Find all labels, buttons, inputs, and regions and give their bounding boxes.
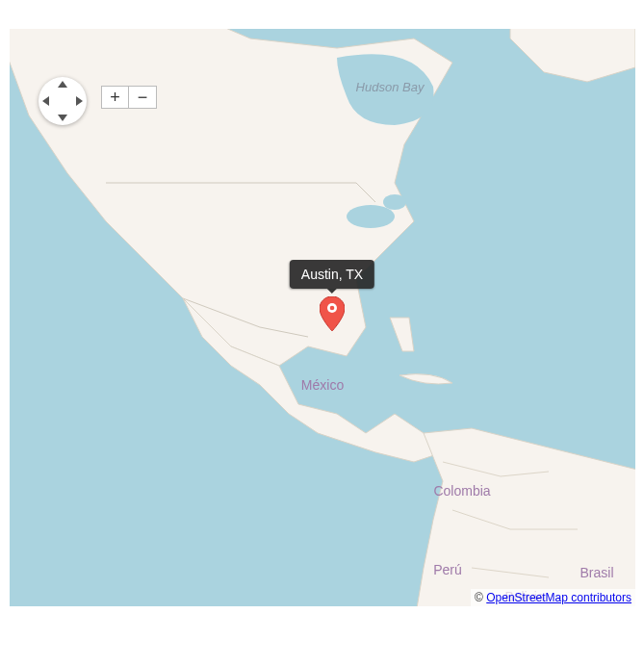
attribution-link[interactable]: OpenStreetMap contributors [486,591,631,604]
svg-point-3 [330,306,335,311]
tooltip-text: Austin, TX [301,267,363,282]
svg-point-1 [383,194,406,210]
map-marker[interactable] [320,296,345,331]
pan-left-icon[interactable] [42,96,49,106]
pan-up-icon[interactable] [58,81,67,88]
map-viewport[interactable]: Hudson Bay México Colombia Perú Bolivia … [10,29,635,606]
zoom-in-button[interactable]: + [101,86,129,109]
map-attribution: © OpenStreetMap contributors [471,589,635,606]
pan-right-icon[interactable] [76,96,83,106]
svg-point-0 [347,205,395,228]
pan-control [39,77,87,125]
attribution-prefix: © [475,591,486,604]
pan-down-icon[interactable] [58,115,67,121]
zoom-controls: + − [101,86,157,109]
zoom-out-button[interactable]: − [129,86,157,109]
marker-tooltip: Austin, TX [290,260,374,289]
